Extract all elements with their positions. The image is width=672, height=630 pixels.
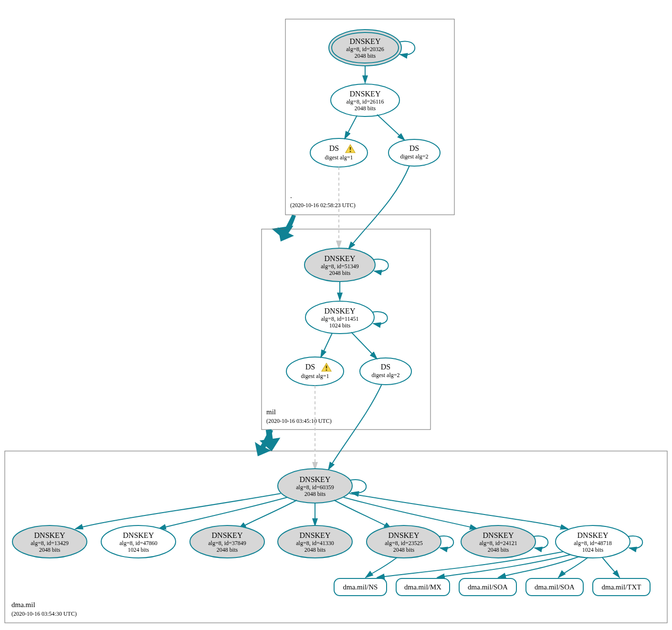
svg-text:DNSKEY: DNSKEY (350, 90, 381, 98)
svg-text:alg=8, id=48718: alg=8, id=48718 (574, 540, 612, 546)
svg-text:alg=8, id=20326: alg=8, id=20326 (346, 46, 384, 52)
svg-text:dma.mil/MX: dma.mil/MX (404, 583, 441, 591)
svg-text:alg=8, id=24121: alg=8, id=24121 (479, 540, 517, 546)
node-dma-k48718: DNSKEY alg=8, id=48718 1024 bits (556, 525, 630, 558)
svg-text:1024 bits: 1024 bits (582, 546, 604, 553)
node-dma-ksk: DNSKEY alg=8, id=60359 2048 bits (278, 469, 352, 503)
svg-text:2048 bits: 2048 bits (39, 546, 61, 553)
svg-text:2048 bits: 2048 bits (355, 52, 376, 59)
node-mil-ds1: DS digest alg=1 (286, 357, 344, 386)
svg-text:2048 bits: 2048 bits (304, 491, 326, 497)
edge-root-zsk-ds1 (345, 116, 357, 139)
svg-text:alg=8, id=13429: alg=8, id=13429 (31, 540, 69, 546)
edge-mil-zsk-ds2 (351, 332, 377, 359)
edge-ksk-k23525 (334, 500, 391, 529)
node-dma-k24121: DNSKEY alg=8, id=24121 2048 bits (461, 525, 536, 558)
svg-text:DS: DS (329, 144, 339, 152)
svg-text:alg=8, id=51349: alg=8, id=51349 (321, 263, 359, 270)
svg-text:DS: DS (381, 363, 390, 371)
node-mil-zsk: DNSKEY alg=8, id=11451 1024 bits (305, 301, 374, 334)
svg-text:dma.mil/SOA: dma.mil/SOA (468, 583, 508, 591)
rrset-ns: dma.mil/NS (334, 578, 387, 596)
edge-k48718-txt (602, 557, 620, 578)
edge-ksk-k24121 (344, 497, 477, 529)
svg-text:dma.mil/NS: dma.mil/NS (343, 583, 378, 591)
zone-root-timestamp: (2020-10-16 02:58:23 UTC) (290, 202, 356, 209)
svg-text:2048 bits: 2048 bits (355, 105, 376, 112)
node-dma-k23525: DNSKEY alg=8, id=23525 2048 bits (367, 525, 441, 558)
edge-mil-zsk-ds1 (321, 333, 332, 357)
svg-text:alg=8, id=23525: alg=8, id=23525 (385, 540, 423, 546)
node-dma-k41330: DNSKEY alg=8, id=41330 2048 bits (278, 525, 352, 558)
edge-mil-ds2-dma-ksk (328, 384, 382, 470)
node-dma-k47860: DNSKEY alg=8, id=47860 1024 bits (101, 525, 176, 558)
svg-text:DNSKEY: DNSKEY (300, 531, 331, 539)
svg-text:DNSKEY: DNSKEY (388, 531, 420, 539)
rrset-mx: dma.mil/MX (396, 578, 450, 596)
svg-text:DNSKEY: DNSKEY (578, 531, 609, 539)
svg-text:digest alg=1: digest alg=1 (301, 373, 329, 379)
svg-text:2048 bits: 2048 bits (488, 546, 509, 553)
svg-text:alg=8, id=60359: alg=8, id=60359 (296, 484, 334, 491)
svg-text:alg=8, id=37849: alg=8, id=37849 (208, 540, 246, 546)
svg-text:DNSKEY: DNSKEY (325, 307, 356, 315)
edge-dma-ksk-self (350, 480, 366, 493)
svg-text:DNSKEY: DNSKEY (34, 531, 65, 539)
zone-root-name: . (290, 192, 292, 200)
svg-text:DNSKEY: DNSKEY (212, 531, 243, 539)
node-mil-ds2: DS digest alg=2 (360, 358, 411, 385)
svg-text:DS: DS (305, 363, 315, 371)
svg-text:DNSKEY: DNSKEY (350, 37, 381, 45)
svg-text:alg=8, id=41330: alg=8, id=41330 (296, 540, 334, 546)
svg-point-12 (310, 138, 368, 167)
zone-mil-timestamp: (2020-10-16 03:45:10 UTC) (266, 418, 332, 424)
zone-dma-name: dma.mil (11, 601, 35, 609)
svg-point-15 (388, 139, 440, 166)
dnssec-graph: . (2020-10-16 02:58:23 UTC) DNSKEY alg=8… (0, 0, 672, 630)
node-dma-k13429: DNSKEY alg=8, id=13429 2048 bits (12, 525, 87, 558)
node-dma-k37849: DNSKEY alg=8, id=37849 2048 bits (190, 525, 264, 558)
node-root-ds2: DS digest alg=2 (388, 139, 440, 166)
zone-dma-timestamp: (2020-10-16 03:54:30 UTC) (11, 610, 77, 617)
rrset-soa2: dma.mil/SOA (526, 578, 583, 596)
rrset-txt: dma.mil/TXT (593, 578, 650, 596)
svg-text:DNSKEY: DNSKEY (123, 531, 154, 539)
svg-text:digest alg=2: digest alg=2 (400, 153, 428, 160)
edge-k23525-ns (366, 557, 397, 578)
svg-text:DNSKEY: DNSKEY (300, 475, 331, 483)
edge-ksk-k37849 (239, 500, 297, 529)
svg-text:dma.mil/SOA: dma.mil/SOA (535, 583, 575, 591)
node-mil-ksk: DNSKEY alg=8, id=51349 2048 bits (304, 248, 375, 282)
svg-text:2048 bits: 2048 bits (393, 546, 415, 553)
edge-root-zsk-ds2 (377, 115, 405, 140)
svg-text:2048 bits: 2048 bits (329, 270, 351, 276)
zone-mil-name: mil (266, 408, 276, 416)
svg-text:alg=8, id=26116: alg=8, id=26116 (346, 98, 384, 105)
svg-text:digest alg=1: digest alg=1 (325, 154, 353, 161)
svg-text:1024 bits: 1024 bits (329, 322, 351, 329)
node-root-ksk: DNSKEY alg=8, id=20326 2048 bits (329, 30, 401, 66)
svg-text:DNSKEY: DNSKEY (483, 531, 514, 539)
svg-text:2048 bits: 2048 bits (217, 546, 238, 553)
edge-k48718-soa2 (558, 557, 588, 578)
svg-text:digest alg=2: digest alg=2 (371, 372, 399, 378)
svg-text:2048 bits: 2048 bits (304, 546, 326, 553)
svg-text:DNSKEY: DNSKEY (325, 254, 356, 262)
node-root-zsk: DNSKEY alg=8, id=26116 2048 bits (331, 84, 399, 116)
svg-text:DS: DS (410, 144, 419, 152)
svg-text:1024 bits: 1024 bits (128, 546, 149, 553)
svg-text:alg=8, id=11451: alg=8, id=11451 (321, 315, 358, 322)
rrset-soa1: dma.mil/SOA (459, 578, 516, 596)
svg-point-29 (360, 358, 411, 385)
edge-root-ds2-mil-ksk (348, 166, 410, 249)
svg-text:alg=8, id=47860: alg=8, id=47860 (119, 540, 158, 546)
edge-ksk-k47860 (158, 497, 287, 529)
svg-text:dma.mil/TXT: dma.mil/TXT (602, 583, 641, 591)
svg-point-26 (286, 357, 344, 386)
node-root-ds1: DS digest alg=1 (310, 138, 368, 167)
